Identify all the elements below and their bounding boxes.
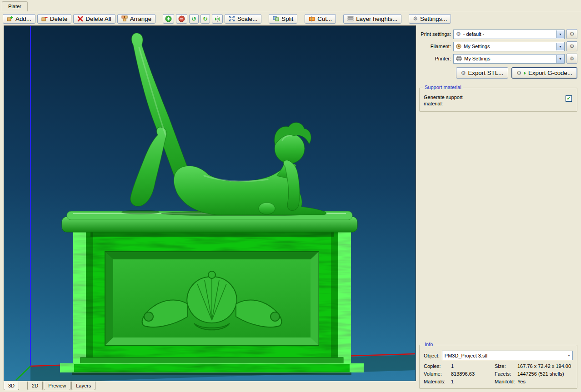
print-settings-gear-icon: ⚙ (456, 31, 461, 37)
cut-button[interactable]: Cut... (305, 14, 336, 24)
rotate-ccw-button[interactable]: ↺ (189, 14, 199, 24)
export-stl-button[interactable]: ⚙ Export STL... (456, 67, 509, 79)
layer-heights-icon (347, 15, 354, 22)
delete-all-button-label: Delete All (85, 15, 111, 22)
view-tabbar: 3D 2D Preview Layers (0, 381, 416, 391)
figure (121, 33, 326, 216)
view-tab-3d[interactable]: 3D (4, 382, 19, 390)
plater-toolbar: Add... Delete Delete All Arrange ↺ ↻ (0, 12, 581, 25)
layer-heights-button[interactable]: Layer heights... (343, 14, 401, 24)
rotate-ccw-icon: ↺ (191, 16, 196, 22)
dropdown-arrow-icon[interactable]: ▼ (556, 43, 564, 50)
settings-gear-icon: ⚙ (413, 16, 418, 21)
minus-circle-icon (178, 15, 185, 22)
volume-value: 813896.63 (451, 371, 493, 377)
figure-bent-leg (130, 127, 167, 206)
filament-combo[interactable]: My Settings ▼ (453, 42, 565, 51)
figure-torso (174, 166, 326, 215)
facets-label: Facets: (495, 371, 516, 377)
info-group: Info Object: PM3D_Project 3.stl ▼ Copies… (419, 345, 577, 389)
pedestal (62, 211, 357, 375)
add-button[interactable]: Add... (3, 14, 35, 24)
filament-spool-icon (456, 44, 461, 49)
dropdown-arrow-icon[interactable]: ▼ (567, 351, 571, 360)
manifold-label: Manifold: (495, 379, 516, 384)
layer-heights-button-label: Layer heights... (356, 15, 397, 22)
mirror-button[interactable] (212, 14, 223, 24)
cut-button-label: Cut... (317, 15, 332, 22)
arrange-bricks-icon (121, 15, 128, 22)
slic3r-window: Plater Add... Delete Delete All Arrange … (0, 0, 581, 392)
more-copies-button[interactable] (163, 14, 174, 24)
object-label: Object: (424, 353, 440, 358)
gear-icon: ⚙ (570, 31, 575, 37)
gear-icon: ⚙ (570, 56, 575, 61)
gear-icon: ⚙ (570, 44, 575, 49)
export-arrow-icon (524, 71, 526, 75)
split-shapes-icon (273, 15, 279, 22)
object-combo[interactable]: PM3D_Project 3.stl ▼ (442, 351, 573, 360)
printer-edit-button[interactable]: ⚙ (566, 54, 577, 64)
volume-label: Volume: (424, 371, 449, 377)
support-material-group: Support material Generate support materi… (419, 88, 577, 112)
figure-chest (259, 203, 275, 214)
object-value: PM3D_Project 3.stl (445, 353, 487, 358)
delete-button-label: Delete (50, 15, 68, 22)
rotate-cw-icon: ↻ (203, 16, 208, 22)
manifold-value: Yes (517, 379, 573, 384)
fewer-copies-button[interactable] (176, 14, 187, 24)
axis-y-green (16, 366, 30, 380)
printer-combo[interactable]: My Settings ▼ (453, 54, 565, 64)
settings-button[interactable]: ⚙ Settings... (409, 14, 451, 24)
filament-value: My Settings (464, 44, 490, 49)
view-tab-preview[interactable]: Preview (44, 382, 70, 390)
arrange-button[interactable]: Arrange (117, 14, 155, 24)
delete-button[interactable]: Delete (37, 14, 72, 24)
materials-value: 1 (451, 379, 493, 384)
export-gcode-icon: ⚙ (516, 70, 521, 76)
view-tab-layers[interactable]: Layers (71, 382, 95, 390)
settings-sidebar: Print settings: ⚙ - default - ▼ ⚙ Filame… (416, 25, 581, 392)
dropdown-arrow-icon[interactable]: ▼ (556, 30, 564, 38)
print-settings-edit-button[interactable]: ⚙ (566, 29, 577, 39)
viewport-canvas (4, 26, 416, 381)
materials-label: Materials: (424, 379, 449, 384)
view-tab-2d[interactable]: 2D (27, 382, 43, 390)
support-material-title: Support material (423, 84, 463, 90)
generate-support-checkbox[interactable]: ✓ (566, 95, 572, 102)
print-settings-label: Print settings: (419, 31, 451, 37)
info-title: Info (423, 342, 435, 347)
dropdown-arrow-icon[interactable]: ▼ (556, 55, 564, 63)
printer-label: Printer: (419, 56, 451, 61)
checkmark-icon: ✓ (566, 95, 571, 101)
delete-all-button[interactable]: Delete All (73, 14, 115, 24)
plus-circle-icon (165, 15, 172, 22)
arrange-button-label: Arrange (130, 15, 151, 22)
facets-value: 1447256 (521 shells) (517, 371, 573, 377)
filament-label: Filament: (419, 44, 451, 49)
print-settings-combo[interactable]: ⚙ - default - ▼ (453, 30, 565, 39)
add-box-icon (7, 15, 13, 22)
split-button-label: Split (281, 15, 293, 22)
copies-label: Copies: (424, 363, 449, 369)
generate-support-label: Generate support material: (424, 94, 478, 107)
rotate-cw-button[interactable]: ↻ (200, 14, 210, 24)
viewport-3d[interactable] (4, 25, 416, 381)
viewport-column: 3D 2D Preview Layers (0, 25, 416, 392)
filament-edit-button[interactable]: ⚙ (566, 41, 577, 51)
size-value: 167.76 x 72.42 x 194.00 (517, 363, 573, 369)
delete-box-icon (41, 15, 48, 22)
scale-button-label: Scale... (237, 15, 257, 22)
scale-button[interactable]: Scale... (225, 14, 261, 24)
cut-box-icon (309, 15, 315, 22)
printer-icon (456, 56, 462, 61)
split-button[interactable]: Split (269, 14, 297, 24)
delete-all-x-icon (77, 16, 83, 22)
copies-value: 1 (451, 363, 493, 369)
scale-arrows-icon (229, 15, 235, 22)
tab-plater[interactable]: Plater (2, 1, 28, 11)
export-gcode-button[interactable]: ⚙ Export G-code... (511, 67, 577, 79)
main-tabstrip: Plater (0, 0, 581, 12)
settings-button-label: Settings... (420, 15, 447, 22)
print-settings-value: - default - (463, 31, 484, 37)
